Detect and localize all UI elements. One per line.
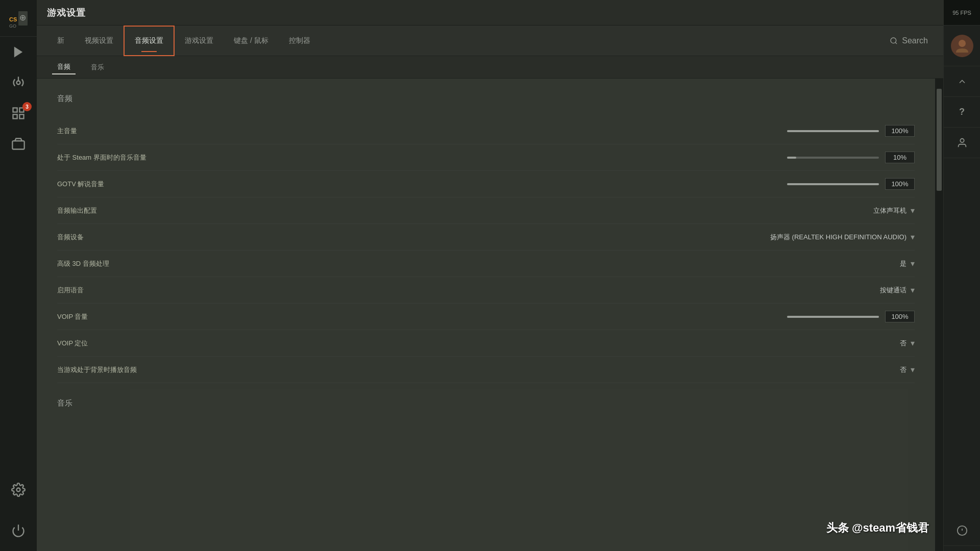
bg-audio-dropdown[interactable]: 否 ▾ bbox=[900, 365, 915, 374]
svg-marker-5 bbox=[14, 47, 22, 58]
3d-audio-value: 是 bbox=[900, 259, 906, 268]
sidebar-item-watch[interactable] bbox=[0, 129, 37, 159]
voip-volume-value: 100% bbox=[885, 311, 915, 322]
tab-audio[interactable]: 音频设置 bbox=[124, 26, 175, 56]
voice-enable-arrow-icon: ▾ bbox=[911, 285, 915, 295]
audio-device-value: 扬声器 (REALTEK HIGH DEFINITION AUDIO) bbox=[770, 233, 906, 242]
sidebar-item-settings[interactable] bbox=[0, 474, 37, 505]
sidebar: CS GO ⊕ 3 bbox=[0, 0, 37, 551]
steam-music-track[interactable] bbox=[787, 157, 879, 159]
3d-audio-label: 高级 3D 音频处理 bbox=[57, 259, 210, 268]
audio-device-arrow-icon: ▾ bbox=[911, 232, 915, 242]
svg-point-6 bbox=[17, 81, 20, 85]
scroll-thumb[interactable] bbox=[937, 89, 942, 191]
info-icon bbox=[957, 525, 968, 536]
search-icon bbox=[890, 37, 898, 45]
setting-audio-device: 音频设备 扬声器 (REALTEK HIGH DEFINITION AUDIO)… bbox=[57, 224, 915, 251]
voip-positional-label: VOIP 定位 bbox=[57, 339, 210, 348]
master-volume-value: 100% bbox=[885, 125, 915, 137]
sidebar-item-inventory[interactable]: 3 bbox=[0, 98, 37, 129]
chevron-up-button[interactable] bbox=[944, 66, 981, 97]
3d-audio-dropdown[interactable]: 是 ▾ bbox=[900, 259, 915, 268]
steam-music-value: 10% bbox=[885, 152, 915, 163]
steam-music-label: 处于 Steam 界面时的音乐音量 bbox=[57, 153, 210, 162]
sub-tabs: 音频 音乐 bbox=[37, 56, 943, 79]
info-button[interactable] bbox=[944, 515, 981, 546]
voip-volume-slider-container bbox=[210, 316, 879, 318]
subtab-music[interactable]: 音乐 bbox=[86, 61, 109, 74]
page-title: 游戏设置 bbox=[47, 7, 86, 19]
sidebar-item-play[interactable] bbox=[0, 37, 37, 67]
svg-point-17 bbox=[959, 40, 966, 47]
sidebar-item-antenna[interactable] bbox=[0, 67, 37, 98]
svg-text:⊕: ⊕ bbox=[19, 13, 26, 22]
audio-device-label: 音频设备 bbox=[57, 233, 210, 242]
master-volume-control: 100% bbox=[210, 125, 915, 137]
master-volume-fill bbox=[787, 130, 879, 132]
setting-voip-positional: VOIP 定位 否 ▾ bbox=[57, 330, 915, 357]
voice-enable-value: 按键通话 bbox=[880, 286, 906, 295]
setting-audio-output: 音频输出配置 立体声耳机 ▾ bbox=[57, 197, 915, 224]
avatar-button[interactable] bbox=[944, 26, 981, 66]
svg-point-13 bbox=[17, 488, 20, 492]
gotv-track[interactable] bbox=[787, 183, 879, 185]
audio-output-control: 立体声耳机 ▾ bbox=[210, 206, 915, 215]
steam-music-fill bbox=[787, 157, 796, 159]
voice-enable-control: 按键通话 ▾ bbox=[210, 285, 915, 295]
setting-steam-music: 处于 Steam 界面时的音乐音量 10% bbox=[57, 144, 915, 171]
master-volume-slider-container bbox=[210, 130, 879, 132]
setting-voip-volume: VOIP 音量 100% bbox=[57, 304, 915, 330]
user-button[interactable] bbox=[944, 128, 981, 158]
fps-display: 95 FPS bbox=[944, 0, 981, 26]
tab-search[interactable]: Search bbox=[890, 36, 933, 45]
svg-point-18 bbox=[960, 138, 964, 142]
voip-positional-control: 否 ▾ bbox=[210, 338, 915, 348]
bg-audio-label: 当游戏处于背景时播放音频 bbox=[57, 365, 210, 374]
voice-enable-dropdown[interactable]: 按键通话 ▾ bbox=[880, 285, 915, 295]
sidebar-logo: CS GO ⊕ bbox=[0, 0, 37, 37]
question-mark-icon: ? bbox=[959, 107, 965, 117]
audio-output-dropdown[interactable]: 立体声耳机 ▾ bbox=[873, 206, 915, 215]
svg-point-15 bbox=[891, 38, 896, 43]
voip-volume-track[interactable] bbox=[787, 316, 879, 318]
header: 游戏设置 bbox=[37, 0, 943, 26]
gotv-fill bbox=[787, 183, 879, 185]
tab-controller[interactable]: 控制器 bbox=[279, 26, 321, 56]
setting-gotv: GOTV 解说音量 100% bbox=[57, 171, 915, 197]
svg-rect-10 bbox=[13, 114, 17, 118]
inventory-badge: 3 bbox=[22, 102, 32, 111]
bg-audio-control: 否 ▾ bbox=[210, 365, 915, 374]
svg-text:CS: CS bbox=[9, 16, 17, 22]
watermark: 头条 @steam省钱君 bbox=[826, 520, 929, 536]
svg-rect-8 bbox=[13, 108, 17, 112]
csgo-logo-icon: CS GO ⊕ bbox=[7, 7, 30, 30]
gotv-value: 100% bbox=[885, 178, 915, 190]
subtab-audio[interactable]: 音频 bbox=[52, 60, 76, 74]
master-volume-track[interactable] bbox=[787, 130, 879, 132]
tab-new[interactable]: 新 bbox=[47, 26, 75, 56]
voip-positional-arrow-icon: ▾ bbox=[911, 338, 915, 348]
audio-device-control: 扬声器 (REALTEK HIGH DEFINITION AUDIO) ▾ bbox=[210, 232, 915, 242]
tab-video[interactable]: 视频设置 bbox=[75, 26, 124, 56]
svg-text:GO: GO bbox=[9, 23, 16, 29]
bg-audio-arrow-icon: ▾ bbox=[911, 365, 915, 374]
voice-enable-label: 启用语音 bbox=[57, 286, 210, 295]
master-volume-label: 主音量 bbox=[57, 127, 210, 136]
3d-audio-control: 是 ▾ bbox=[210, 259, 915, 268]
audio-output-arrow-icon: ▾ bbox=[911, 206, 915, 215]
voip-positional-value: 否 bbox=[900, 339, 906, 348]
setting-bg-audio: 当游戏处于背景时播放音频 否 ▾ bbox=[57, 357, 915, 383]
audio-device-dropdown[interactable]: 扬声器 (REALTEK HIGH DEFINITION AUDIO) ▾ bbox=[770, 232, 915, 242]
gotv-label: GOTV 解说音量 bbox=[57, 180, 210, 189]
far-right-panel: 95 FPS ? bbox=[943, 0, 980, 551]
tab-game[interactable]: 游戏设置 bbox=[175, 26, 224, 56]
help-button[interactable]: ? bbox=[944, 97, 981, 128]
voip-positional-dropdown[interactable]: 否 ▾ bbox=[900, 338, 915, 348]
setting-voice-enable: 启用语音 按键通话 ▾ bbox=[57, 277, 915, 304]
sidebar-item-power[interactable] bbox=[0, 515, 37, 546]
voip-volume-label: VOIP 音量 bbox=[57, 312, 210, 321]
svg-line-16 bbox=[895, 42, 897, 44]
tab-keyboard[interactable]: 键盘 / 鼠标 bbox=[224, 26, 279, 56]
section-audio-title: 音频 bbox=[57, 94, 915, 108]
scrollbar[interactable] bbox=[935, 79, 943, 551]
